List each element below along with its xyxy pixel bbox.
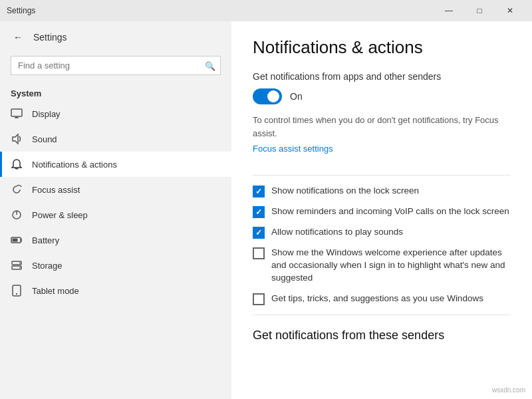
- check-icon-3: ✓: [255, 229, 262, 237]
- sidebar-item-display[interactable]: Display: [0, 101, 231, 126]
- focus-assist-label: Focus assist: [32, 185, 80, 195]
- search-input[interactable]: [11, 56, 221, 75]
- sidebar-item-storage[interactable]: Storage: [0, 253, 231, 278]
- svg-rect-7: [13, 239, 18, 242]
- toggle-label: On: [290, 91, 303, 102]
- checkbox-label-welcome-experience: Show me the Windows welcome experience a…: [271, 247, 511, 285]
- notifications-toggle[interactable]: [253, 88, 282, 104]
- sidebar-item-power-sleep[interactable]: Power & sleep: [0, 202, 231, 227]
- sidebar-item-tablet-mode[interactable]: Tablet mode: [0, 278, 231, 303]
- maximize-button[interactable]: □: [464, 0, 495, 21]
- watermark: wsxdn.com: [492, 386, 525, 394]
- display-icon: [11, 108, 23, 120]
- title-bar-controls: — □ ✕: [434, 0, 525, 21]
- checkbox-play-sounds[interactable]: ✓: [253, 227, 265, 239]
- senders-section-title: Get notifications from these senders: [253, 329, 511, 342]
- checkbox-welcome-experience[interactable]: [253, 247, 265, 259]
- notifications-label: Notifications & actions: [32, 160, 117, 170]
- checkbox-tips-tricks[interactable]: [253, 293, 265, 305]
- page-title: Notifications & actions: [253, 37, 511, 58]
- battery-label: Battery: [32, 235, 59, 245]
- checkbox-row-lock-screen-notif: ✓ Show notifications on the lock screen: [253, 185, 511, 198]
- check-icon-1: ✓: [255, 188, 262, 196]
- notifications-icon: [11, 158, 23, 170]
- checkbox-label-tips-tricks: Get tips, tricks, and suggestions as you…: [271, 293, 483, 305]
- sidebar: ← Settings 🔍 System Display: [0, 21, 231, 399]
- minimize-button[interactable]: —: [434, 0, 464, 21]
- notifications-toggle-row: On: [253, 88, 511, 104]
- close-button[interactable]: ✕: [495, 0, 525, 21]
- storage-label: Storage: [32, 261, 63, 271]
- battery-icon: [11, 234, 23, 246]
- check-icon-2: ✓: [255, 208, 262, 216]
- sidebar-item-battery[interactable]: Battery: [0, 227, 231, 253]
- title-bar: Settings — □ ✕: [0, 0, 532, 21]
- divider-1: [253, 175, 511, 176]
- tablet-mode-icon: [11, 285, 23, 297]
- checkbox-label-lock-screen-notif: Show notifications on the lock screen: [271, 185, 419, 198]
- sidebar-item-sound[interactable]: Sound: [0, 126, 231, 152]
- checkbox-lock-screen-notif[interactable]: ✓: [253, 186, 265, 198]
- toggle-track: [253, 88, 282, 104]
- svg-rect-0: [11, 109, 22, 116]
- search-icon: 🔍: [205, 61, 215, 70]
- sidebar-item-notifications[interactable]: Notifications & actions: [0, 152, 231, 177]
- display-label: Display: [32, 109, 61, 119]
- svg-marker-3: [13, 134, 18, 144]
- checkbox-row-welcome-experience: Show me the Windows welcome experience a…: [253, 247, 511, 285]
- sound-icon: [11, 133, 23, 145]
- toggle-section-label: Get notifications from apps and other se…: [253, 71, 511, 82]
- checkbox-row-tips-tricks: Get tips, tricks, and suggestions as you…: [253, 293, 511, 305]
- sidebar-header: ← Settings: [0, 21, 231, 53]
- hint-text: To control times when you do or don't ge…: [253, 114, 511, 140]
- sidebar-item-focus-assist[interactable]: Focus assist: [0, 177, 231, 202]
- storage-icon: [11, 259, 23, 271]
- toggle-thumb: [267, 90, 279, 102]
- tablet-mode-label: Tablet mode: [32, 286, 79, 296]
- focus-assist-link[interactable]: Focus assist settings: [253, 144, 333, 154]
- checkbox-row-play-sounds: ✓ Allow notifications to play sounds: [253, 226, 511, 239]
- checkbox-row-lock-screen-reminders: ✓ Show reminders and incoming VoIP calls…: [253, 205, 511, 218]
- sidebar-app-title: Settings: [33, 32, 67, 43]
- title-bar-title: Settings: [7, 6, 434, 15]
- checkbox-label-play-sounds: Allow notifications to play sounds: [271, 226, 403, 239]
- sidebar-section-title: System: [0, 83, 231, 101]
- focus-assist-icon: [11, 184, 23, 196]
- sound-label: Sound: [32, 134, 57, 144]
- back-button[interactable]: ←: [11, 29, 25, 45]
- content-panel: Notifications & actions Get notification…: [231, 21, 532, 399]
- power-sleep-icon: [11, 209, 23, 221]
- app-container: ← Settings 🔍 System Display: [0, 21, 532, 399]
- power-sleep-label: Power & sleep: [32, 210, 88, 220]
- checkbox-label-lock-screen-reminders: Show reminders and incoming VoIP calls o…: [271, 205, 509, 218]
- svg-point-14: [19, 267, 21, 269]
- checkbox-lock-screen-reminders[interactable]: ✓: [253, 206, 265, 218]
- divider-2: [253, 315, 511, 315]
- svg-point-13: [19, 263, 21, 264]
- search-box: 🔍: [11, 56, 221, 75]
